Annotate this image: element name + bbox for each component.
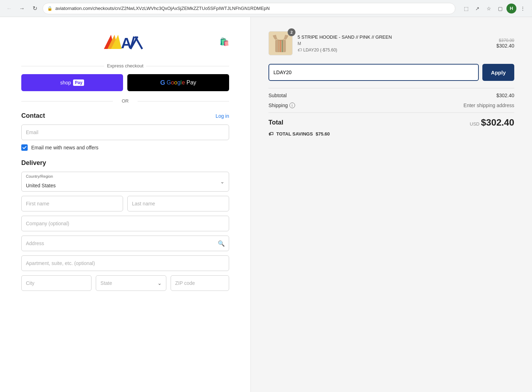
state-group: State ⌄ State bbox=[96, 275, 166, 291]
address-group: 🔍 bbox=[21, 236, 229, 251]
express-checkout-section: Express checkout shop Pay G Google Pay O… bbox=[21, 63, 229, 104]
newsletter-label: Email me with news and offers bbox=[31, 145, 99, 150]
summary-divider-bottom bbox=[268, 112, 514, 113]
url-text: aviatornation.com/checkouts/cn/Z2NwLXVzL… bbox=[55, 6, 451, 11]
cart-header-icon: 🛍️ bbox=[220, 37, 229, 46]
discount-code-input[interactable] bbox=[268, 64, 479, 81]
forward-button[interactable]: → bbox=[17, 4, 27, 13]
delivery-section: Delivery Country/Region United States ⌄ … bbox=[21, 159, 229, 291]
last-name-input[interactable] bbox=[127, 196, 229, 211]
gpay-button[interactable]: G Google Pay bbox=[127, 74, 229, 91]
svg-text:A: A bbox=[121, 35, 132, 51]
shop-pay-button[interactable]: shop Pay bbox=[21, 74, 123, 91]
original-price: $370.00 bbox=[496, 38, 514, 43]
page-wrapper: A 🛍️ Express checkout shop Pay G bbox=[0, 17, 532, 392]
shipping-label: Shipping bbox=[268, 103, 288, 108]
svg-line-6 bbox=[135, 37, 142, 49]
back-button[interactable]: ← bbox=[4, 4, 14, 13]
shop-pay-label: Pay bbox=[73, 79, 84, 86]
product-row: 2 5 STRIPE HOODIE - SAND // PINK // GREE… bbox=[268, 31, 514, 55]
zip-input[interactable] bbox=[171, 275, 229, 291]
subtotal-row: Subtotal $302.40 bbox=[268, 93, 514, 98]
savings-row: 🏷 TOTAL SAVINGS $75.60 bbox=[268, 131, 514, 137]
right-panel: 2 5 STRIPE HOODIE - SAND // PINK // GREE… bbox=[250, 17, 532, 392]
g-letter-blue: G bbox=[160, 79, 165, 87]
log-in-link[interactable]: Log in bbox=[216, 113, 229, 119]
checkmark-icon bbox=[22, 145, 27, 150]
apply-button[interactable]: Apply bbox=[482, 64, 514, 81]
savings-value: $75.60 bbox=[316, 131, 330, 137]
discount-row: Apply bbox=[268, 64, 514, 81]
contact-section: Contact Log in Email me with news and of… bbox=[21, 112, 229, 151]
product-variant: M bbox=[298, 41, 491, 46]
email-input[interactable] bbox=[21, 125, 229, 140]
subtotal-value: $302.40 bbox=[496, 93, 514, 98]
express-checkout-label: Express checkout bbox=[21, 63, 229, 68]
shipping-info-icon[interactable]: i bbox=[289, 103, 295, 108]
newsletter-checkbox[interactable] bbox=[21, 144, 28, 151]
product-image-wrapper: 2 bbox=[268, 31, 293, 55]
product-price: $370.00 $302.40 bbox=[496, 38, 514, 49]
tab-button[interactable]: ▢ bbox=[495, 4, 505, 13]
first-name-input[interactable] bbox=[21, 196, 123, 211]
product-details: 5 STRIPE HOODIE - SAND // PINK // GREEN … bbox=[298, 34, 491, 53]
company-input[interactable] bbox=[21, 216, 229, 231]
total-row: Total USD $302.40 bbox=[268, 117, 514, 128]
total-amount: $302.40 bbox=[481, 117, 514, 128]
tag-icon: 🏷 bbox=[298, 48, 302, 53]
savings-tag-icon: 🏷 bbox=[268, 131, 273, 137]
header-area: A 🛍️ bbox=[21, 31, 229, 53]
shop-pay-icon: shop bbox=[60, 80, 71, 85]
brand-logo: A bbox=[104, 31, 146, 53]
country-wrapper: Country/Region United States ⌄ United St… bbox=[21, 172, 229, 192]
savings-label: TOTAL SAVINGS bbox=[276, 131, 313, 137]
sale-price: $302.40 bbox=[496, 43, 514, 49]
company-group bbox=[21, 216, 229, 231]
cart-header-button[interactable]: 🛍️ bbox=[220, 37, 229, 46]
delivery-header: Delivery bbox=[21, 159, 229, 167]
address-bar[interactable]: 🔒 aviatornation.com/checkouts/cn/Z2NwLXV… bbox=[43, 3, 455, 14]
menu-button[interactable]: ⋮ bbox=[518, 4, 528, 13]
product-quantity-badge: 2 bbox=[288, 28, 295, 36]
address-input[interactable] bbox=[21, 236, 229, 251]
shipping-info: Shipping i bbox=[268, 103, 295, 108]
product-name: 5 STRIPE HOODIE - SAND // PINK // GREEN bbox=[298, 34, 491, 40]
bookmark-button[interactable]: ☆ bbox=[484, 4, 494, 13]
apt-group bbox=[21, 255, 229, 271]
shipping-row: Shipping i Enter shipping address bbox=[268, 103, 514, 108]
summary-divider-top bbox=[268, 88, 514, 88]
discount-code-label: LDAY20 (-$75.60) bbox=[303, 48, 337, 53]
share-button[interactable]: ↗ bbox=[472, 4, 482, 13]
total-value-group: USD $302.40 bbox=[470, 117, 514, 128]
screenshot-button[interactable]: ⬚ bbox=[461, 4, 471, 13]
total-label: Total bbox=[268, 119, 283, 126]
city-state-zip-row: State ⌄ State bbox=[21, 275, 229, 291]
browser-chrome: ← → ↻ 🔒 aviatornation.com/checkouts/cn/Z… bbox=[0, 0, 532, 17]
zip-group bbox=[171, 275, 229, 291]
city-input[interactable] bbox=[21, 275, 92, 291]
discount-tag: 🏷 LDAY20 (-$75.60) bbox=[298, 48, 491, 53]
express-checkout-buttons: shop Pay G Google Pay bbox=[21, 74, 229, 91]
subtotal-label: Subtotal bbox=[268, 93, 287, 98]
contact-title: Contact bbox=[21, 112, 45, 120]
shipping-value: Enter shipping address bbox=[464, 103, 514, 108]
lock-icon: 🔒 bbox=[47, 6, 52, 11]
name-row bbox=[21, 196, 229, 211]
product-image-svg bbox=[272, 33, 289, 54]
city-group bbox=[21, 275, 92, 291]
reload-button[interactable]: ↻ bbox=[30, 4, 40, 13]
newsletter-row: Email me with news and offers bbox=[21, 144, 229, 151]
total-currency: USD bbox=[470, 121, 480, 127]
delivery-title: Delivery bbox=[21, 159, 46, 167]
contact-header: Contact Log in bbox=[21, 112, 229, 120]
profile-button[interactable]: H bbox=[506, 4, 516, 13]
left-panel: A 🛍️ Express checkout shop Pay G bbox=[0, 17, 250, 392]
or-divider: OR bbox=[21, 98, 229, 104]
browser-actions: ⬚ ↗ ☆ ▢ H ⋮ bbox=[461, 4, 528, 13]
apt-input[interactable] bbox=[21, 255, 229, 271]
gpay-text: Google Pay bbox=[167, 79, 196, 86]
